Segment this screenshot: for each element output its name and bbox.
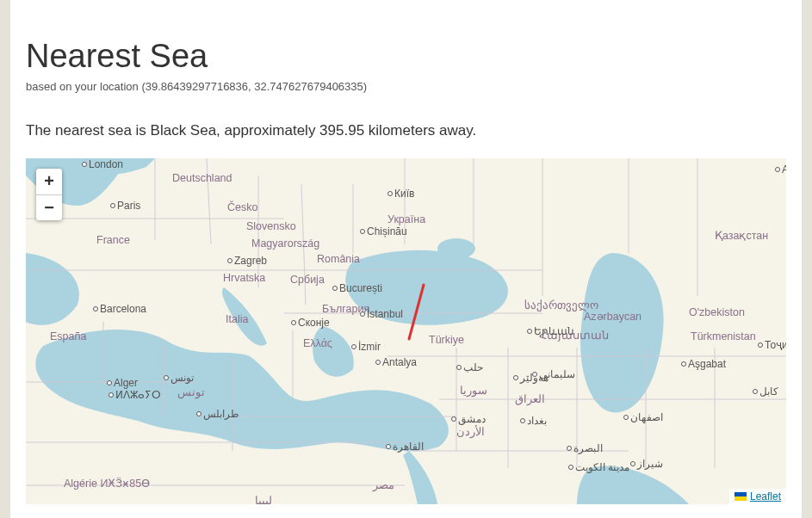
map[interactable]: + − Leaflet DeutschlandČeskoSlovenskoMag…: [26, 158, 786, 504]
nearest-sea-result: The nearest sea is Black Sea, approximat…: [26, 122, 786, 139]
page-card: Nearest Sea based on your location (39.8…: [10, 0, 802, 518]
attribution-text: Leaflet: [750, 490, 781, 503]
attribution-link[interactable]: Leaflet: [729, 489, 786, 504]
svg-point-1: [437, 238, 475, 259]
zoom-out-button[interactable]: −: [36, 194, 62, 220]
zoom-in-button[interactable]: +: [36, 169, 62, 194]
ukraine-flag-icon: [735, 492, 747, 501]
page-subtitle: based on your location (39.8643929771683…: [26, 80, 786, 93]
page-title: Nearest Sea: [26, 38, 786, 75]
zoom-control: + −: [36, 169, 62, 220]
map-tiles: [26, 158, 786, 504]
